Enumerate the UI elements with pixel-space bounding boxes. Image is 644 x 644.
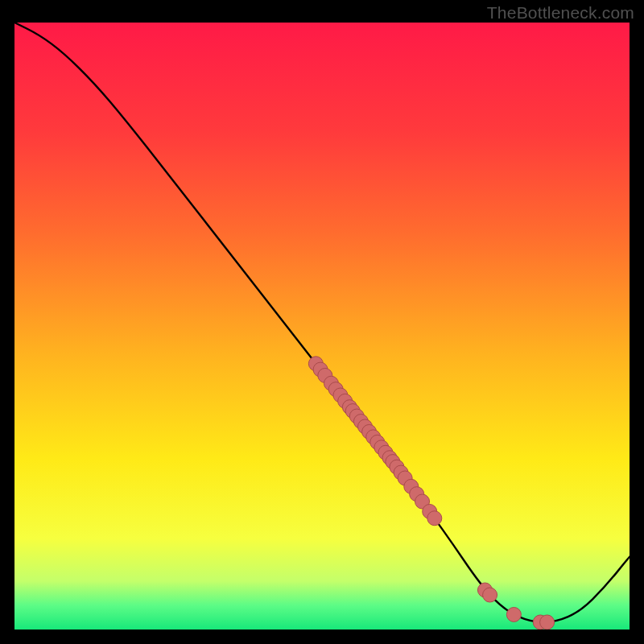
data-dot — [540, 615, 555, 630]
data-dot — [506, 607, 521, 621]
data-dot — [427, 511, 442, 526]
watermark-text: TheBottleneck.com — [487, 3, 634, 23]
data-dot — [483, 588, 497, 602]
plot-area — [14, 23, 630, 630]
plot-svg — [14, 23, 630, 630]
chart-stage: TheBottleneck.com — [0, 0, 644, 644]
gradient-background — [14, 23, 630, 630]
